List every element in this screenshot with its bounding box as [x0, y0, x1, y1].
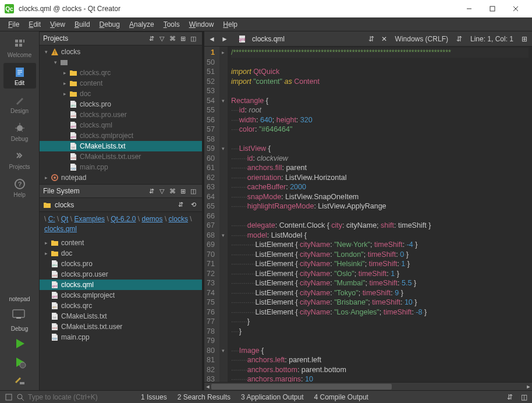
kit-selector[interactable]	[8, 306, 31, 321]
fold-marker[interactable]: ▾	[219, 96, 228, 106]
tree-item[interactable]: ▸notepad	[40, 172, 202, 183]
breadcrumb-link[interactable]: clocks	[169, 215, 188, 223]
tree-item[interactable]: ▸doc	[40, 89, 202, 99]
mode-edit[interactable]: Edit	[3, 63, 36, 89]
open-file-name[interactable]: clocks.qml	[249, 35, 288, 43]
breadcrumb-link[interactable]: Examples	[74, 215, 105, 223]
chevron-down-icon[interactable]: ⇵	[507, 393, 513, 401]
tree-item[interactable]: xmlclocks.pro.user	[40, 109, 202, 120]
fs-filter-icon[interactable]: ▽	[157, 186, 167, 196]
fold-marker[interactable]: ▸	[219, 48, 228, 58]
output-pane-tab[interactable]: 4 Compile Output	[314, 393, 368, 401]
locator-input[interactable]	[28, 393, 133, 401]
tree-item[interactable]: ▾!clocks	[40, 47, 202, 57]
breadcrumb: \ C: \ Qt \ Examples \ Qt-6.2.0 \ demos …	[40, 212, 202, 236]
output-toggle-icon[interactable]: ◫	[521, 393, 527, 401]
fs-location-bar[interactable]: clocks ⇵ ⟲	[40, 198, 202, 212]
build-button[interactable]	[8, 373, 31, 388]
split-editor-icon[interactable]: ⊞	[519, 34, 530, 44]
tree-item[interactable]: qmlclocks.qmlproject	[40, 290, 202, 301]
breadcrumb-link[interactable]: Qt	[61, 215, 69, 223]
menu-file[interactable]: File	[3, 19, 24, 30]
menu-help[interactable]: Help	[218, 19, 242, 30]
mode-design[interactable]: Design	[3, 91, 36, 116]
scroll-right-icon[interactable]: ►	[525, 383, 532, 391]
maximize-button[interactable]	[481, 0, 504, 17]
breadcrumb-link[interactable]: clocks.qml	[44, 225, 77, 233]
split-icon[interactable]: ◫	[188, 33, 198, 44]
run-button[interactable]	[8, 336, 31, 351]
menu-view[interactable]: View	[45, 19, 70, 30]
tree-item[interactable]: ▸content	[40, 78, 202, 89]
fold-marker	[219, 374, 228, 382]
mode-debug[interactable]: Debug	[3, 119, 36, 144]
close-button[interactable]	[504, 0, 527, 17]
breadcrumb-link[interactable]: Qt-6.2.0	[111, 215, 136, 223]
menu-tools[interactable]: Tools	[159, 19, 185, 30]
scrollbar-thumb[interactable]	[211, 384, 392, 390]
tree-item[interactable]: ▸doc	[40, 248, 202, 259]
scroll-left-icon[interactable]: ◄	[204, 383, 211, 391]
tree-item[interactable]: xmlCMakeLists.txt.user	[40, 151, 202, 162]
tree-item[interactable]: xmlclocks.pro.user	[40, 269, 202, 280]
filter-icon[interactable]: ▽	[157, 33, 167, 44]
chevron-down-icon[interactable]: ⇵	[175, 200, 186, 210]
tree-item[interactable]: ▸content	[40, 238, 202, 248]
minimize-button[interactable]	[457, 0, 481, 17]
fs-dropdown-icon[interactable]: ⇵	[146, 186, 157, 196]
tree-item[interactable]: cppmain.cpp	[40, 162, 202, 172]
mode-help[interactable]: ? Help	[3, 175, 36, 200]
tree-item[interactable]: txtCMakeLists.txt	[40, 311, 202, 321]
nav-back-icon[interactable]: ◄	[207, 34, 217, 44]
fold-marker	[219, 211, 228, 221]
sync-icon[interactable]: ⟲	[188, 200, 198, 210]
mode-projects[interactable]: Projects	[3, 147, 36, 172]
tree-item[interactable]: ▾	[40, 57, 202, 68]
menu-analyze[interactable]: Analyze	[125, 19, 159, 30]
breadcrumb-link[interactable]: demos	[142, 215, 163, 223]
mode-welcome[interactable]: Welcome	[3, 35, 36, 61]
enc-dropdown-icon[interactable]: ⇵	[454, 34, 464, 44]
projects-dropdown-icon[interactable]: ⇵	[146, 33, 157, 44]
projects-tree[interactable]: ▾!clocks▾▸clocks.qrc▸content▸docproclock…	[40, 45, 202, 184]
output-pane-tab[interactable]: 2 Search Results	[178, 393, 230, 401]
cursor-position[interactable]: Line: 1, Col: 1	[467, 35, 517, 43]
fold-marker[interactable]: ▾	[219, 231, 228, 241]
link-icon[interactable]: ⌘	[167, 33, 178, 44]
file-dropdown-icon[interactable]: ⇵	[366, 34, 377, 44]
tree-item[interactable]: xmlCMakeLists.txt.user	[40, 321, 202, 332]
menu-debug[interactable]: Debug	[95, 19, 125, 30]
tree-item[interactable]: qrcclocks.qrc	[40, 301, 202, 311]
file-icon: qml	[69, 132, 78, 140]
line-ending[interactable]: Windows (CRLF)	[392, 35, 452, 43]
svg-text:xml: xml	[52, 274, 58, 277]
run-debug-button[interactable]	[8, 355, 31, 370]
tree-item[interactable]: txtCMakeLists.txt	[40, 141, 202, 151]
menu-window[interactable]: Window	[185, 19, 219, 30]
breadcrumb-link[interactable]: C:	[48, 215, 55, 223]
tree-item[interactable]: qmlclocks.qml	[40, 280, 202, 290]
add-icon[interactable]: ⊞	[178, 33, 188, 44]
fs-add-icon[interactable]: ⊞	[178, 186, 188, 196]
menu-edit[interactable]: Edit	[24, 19, 45, 30]
svg-text:txt: txt	[53, 316, 56, 319]
fs-link-icon[interactable]: ⌘	[167, 186, 178, 196]
output-pane-tab[interactable]: 3 Application Output	[241, 393, 303, 401]
close-file-icon[interactable]: ✕	[379, 34, 389, 44]
tree-item[interactable]: proclocks.pro	[40, 99, 202, 109]
tree-item[interactable]: proclocks.pro	[40, 259, 202, 269]
horizontal-scrollbar[interactable]: ◄ ►	[204, 382, 532, 390]
tree-item[interactable]: qmlclocks.qml	[40, 120, 202, 130]
output-pane-tab[interactable]: 1 Issues	[141, 393, 167, 401]
tree-item[interactable]: ▸clocks.qrc	[40, 68, 202, 78]
nav-fwd-icon[interactable]: ►	[219, 34, 230, 44]
tree-item[interactable]: cppmain.cpp	[40, 332, 202, 342]
tree-item[interactable]: qmlclocks.qmlproject	[40, 130, 202, 141]
menu-build[interactable]: Build	[70, 19, 95, 30]
fold-marker	[219, 154, 228, 164]
code-editor[interactable]: 1505152535455565758596061626364656667686…	[204, 47, 532, 382]
filesystem-tree[interactable]: ▸content▸docproclocks.proxmlclocks.pro.u…	[40, 236, 202, 390]
fold-marker[interactable]: ▾	[219, 346, 228, 356]
fs-close-icon[interactable]: ◫	[188, 186, 198, 196]
fold-marker[interactable]: ▾	[219, 144, 228, 154]
